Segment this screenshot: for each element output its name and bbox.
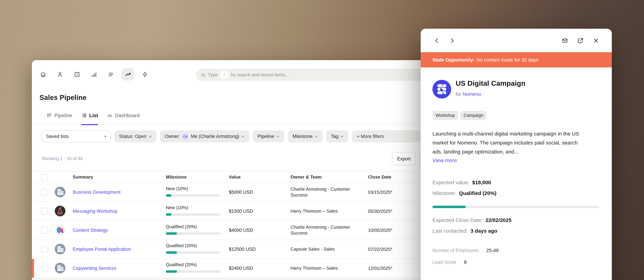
milestone-progressbar xyxy=(166,270,220,273)
chevron-down-icon xyxy=(314,135,318,138)
milestone-cell: New (10%) xyxy=(166,186,188,191)
close-icon[interactable] xyxy=(592,37,600,44)
chevron-down-icon xyxy=(340,135,344,138)
stale-indicator xyxy=(32,259,34,278)
view-more-link[interactable]: View more xyxy=(432,156,457,165)
filter-pipeline[interactable]: Pipeline xyxy=(253,130,284,142)
opportunity-link[interactable]: Employee Portal Application xyxy=(73,247,131,252)
tab-label: Dashboard xyxy=(115,113,140,118)
export-button[interactable]: Export xyxy=(392,152,416,165)
value-cell: $12500 USD xyxy=(229,247,256,252)
home-icon[interactable] xyxy=(37,68,49,81)
activities-icon[interactable] xyxy=(104,68,117,81)
close-date-label: Expected Close Date: xyxy=(432,217,483,223)
tag-campaign[interactable]: Campaign xyxy=(460,111,486,120)
lead-score-row: Lead Score 8 xyxy=(432,259,466,265)
row-avatar xyxy=(55,225,66,235)
automation-icon[interactable] xyxy=(138,68,151,81)
col-close-date: Close Date xyxy=(368,174,391,180)
owner-team-cell: Harry Thomson – Sales xyxy=(290,266,362,271)
milestone-progress-fill xyxy=(166,232,177,235)
opportunity-link[interactable]: Content Strategy xyxy=(73,228,108,233)
search-icon xyxy=(201,72,206,77)
search-input[interactable]: Type / for search and recent items... xyxy=(196,69,459,81)
opportunity-title: US Digital Campaign xyxy=(456,79,526,87)
select-all-checkbox[interactable] xyxy=(41,174,48,181)
dashboard-gauge-icon xyxy=(107,113,113,118)
slash-key: / xyxy=(220,71,228,78)
chevron-down-icon xyxy=(148,135,152,138)
row-checkbox[interactable] xyxy=(41,189,48,196)
saved-lists-label: Saved lists xyxy=(46,134,69,139)
for-label: for xyxy=(456,91,461,97)
milestone-value: Qualified (20%) xyxy=(459,190,496,196)
opportunity-link[interactable]: Messaging Workshop xyxy=(73,209,118,214)
row-checkbox[interactable] xyxy=(41,208,48,215)
chevron-down-icon xyxy=(241,135,244,138)
milestone-row: Milestone: Qualified (20%) xyxy=(432,190,496,196)
mail-icon[interactable] xyxy=(561,37,568,44)
filter-owner[interactable]: Owner: CA Me (Charlie Armstrong) xyxy=(160,130,249,142)
tag-workshop[interactable]: Workshop xyxy=(432,111,458,120)
owner-team-cell: Charlie Armstrong - Customer Success xyxy=(290,186,362,198)
milestone-progress-fill xyxy=(166,270,177,273)
search-hint: for search and recent items... xyxy=(230,72,289,77)
close-date-value: 22/02/2025 xyxy=(486,217,512,223)
milestone-progressbar xyxy=(166,251,220,254)
value-cell: $4000 USD xyxy=(229,228,253,233)
expected-value-label: Expected value: xyxy=(432,179,470,185)
employees-value: 25-49 xyxy=(486,248,499,253)
filter-status-label: Status: Open xyxy=(119,134,146,139)
company-logo xyxy=(432,80,451,99)
company-link[interactable]: Nomeno xyxy=(462,91,481,97)
chevron-right-icon[interactable] xyxy=(448,37,456,44)
value-cell: $5000 USD xyxy=(229,190,253,195)
more-filters-label: + More filters xyxy=(357,134,384,139)
opportunity-link[interactable]: Copywriting Services xyxy=(73,266,116,271)
tab-label: Pipeline xyxy=(54,113,72,118)
opportunity-link[interactable]: Business Development xyxy=(73,190,120,195)
col-summary: Summary xyxy=(73,174,93,180)
close-date-row: Expected Close Date: 22/02/2025 xyxy=(432,217,512,223)
filter-owner-value: Me (Charlie Armstrong) xyxy=(191,134,239,139)
close-date-cell: 12/01/2025* xyxy=(368,266,392,271)
close-date-cell: 03/15/2025* xyxy=(368,190,392,195)
contacts-icon[interactable] xyxy=(54,68,66,81)
row-checkbox[interactable] xyxy=(41,265,48,272)
chevron-left-icon[interactable] xyxy=(433,37,440,44)
row-checkbox[interactable] xyxy=(41,227,48,234)
filter-status[interactable]: Status: Open xyxy=(114,130,156,142)
stale-banner: Stale Opportunity: No contact made for 3… xyxy=(421,52,612,67)
row-checkbox[interactable] xyxy=(41,246,48,253)
stale-banner-text: No contact made for 32 days xyxy=(476,57,538,63)
description-text: Launching a multi-channel digital market… xyxy=(432,129,588,156)
tasks-icon[interactable] xyxy=(71,68,83,81)
milestone-progress-fill xyxy=(166,251,177,254)
reports-icon[interactable] xyxy=(88,68,100,81)
saved-lists-dropdown[interactable]: Saved lists ▾ xyxy=(42,130,111,142)
external-link-icon[interactable] xyxy=(576,37,584,44)
sales-trend-icon[interactable] xyxy=(122,68,134,81)
filter-pipeline-label: Pipeline xyxy=(258,134,274,139)
list-icon xyxy=(81,113,87,118)
panel-header xyxy=(421,29,612,52)
milestone-label: Milestone: xyxy=(432,190,456,196)
filter-milestone[interactable]: Milestone xyxy=(288,130,323,142)
col-milestone: Milestone xyxy=(166,174,186,180)
filter-milestone-label: Milestone xyxy=(292,134,313,139)
tab-list[interactable]: List xyxy=(81,113,98,125)
record-panel: Stale Opportunity: No contact made for 3… xyxy=(421,29,612,280)
milestone-progressbar xyxy=(166,194,220,197)
more-filters-button[interactable]: + More filters xyxy=(352,130,420,142)
col-value: Value xyxy=(229,174,241,180)
filter-tag[interactable]: Tag xyxy=(326,130,348,142)
filter-owner-label: Owner: xyxy=(165,134,180,139)
milestone-cell: Qualified (20%) xyxy=(166,243,197,248)
caret-down-icon: ▾ xyxy=(104,135,106,138)
milestone-progress-fill xyxy=(166,213,172,216)
app-toolbar xyxy=(37,68,151,81)
tab-pipeline[interactable]: Pipeline xyxy=(46,113,72,125)
filters-row: Saved lists ▾ Status: Open Owner: CA Me … xyxy=(42,130,420,142)
tab-dashboard[interactable]: Dashboard xyxy=(107,113,140,125)
owner-team-cell: Capsule Sales - Sales xyxy=(290,247,362,252)
